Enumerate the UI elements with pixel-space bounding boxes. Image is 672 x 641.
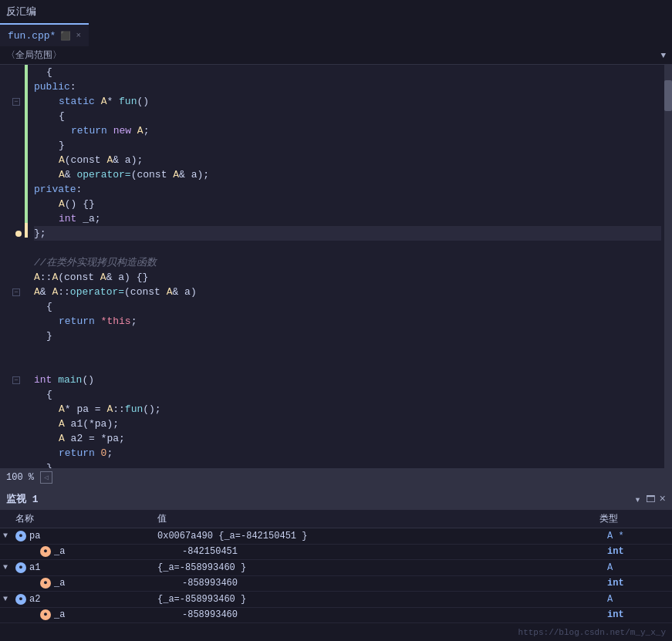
watch-row-a2[interactable]: ▼ ● a2 {_a=-858993460 } A <box>0 592 672 608</box>
code-line-6: } <box>34 138 661 153</box>
var-icon-pa: ● <box>15 531 26 541</box>
watch-close-button[interactable]: × <box>660 493 666 505</box>
watch-row-pa[interactable]: ▼ ● pa 0x0067a490 {_a=-842150451 } A * <box>0 528 672 545</box>
watch-rows-container: ▼ ● pa 0x0067a490 {_a=-842150451 } A * ●… <box>0 528 672 641</box>
left-bar-4 <box>25 108 28 123</box>
code-line-14: //在类外实现拷贝构造函数 <box>34 255 661 270</box>
watermark-text: https://blog.csdn.net/m_y_x_y <box>518 628 666 637</box>
gutter-line-11 <box>0 211 25 226</box>
left-bar-21 <box>25 353 28 367</box>
watch-col-headers: 名称 值 类型 <box>0 510 672 528</box>
fold-indicator-16[interactable]: − <box>12 288 20 296</box>
left-bar-1 <box>25 65 28 79</box>
left-bar-22 <box>25 367 28 382</box>
left-bar-2 <box>25 79 28 94</box>
gutter-line-16[interactable]: − <box>0 285 25 299</box>
editor-area: − <box>0 65 672 468</box>
gutter-line-7 <box>0 153 25 167</box>
watch-cell-type-pa: A * <box>607 531 669 541</box>
gutter-line-22[interactable]: − <box>0 373 25 387</box>
gutter-line-14 <box>0 255 25 270</box>
code-line-25: A a1(*pa); <box>34 417 661 431</box>
left-bar-14 <box>25 252 28 267</box>
watermark-area: https://blog.csdn.net/m_y_x_y <box>0 623 672 641</box>
watch-cell-value-a1-a: -858993460 <box>182 578 607 589</box>
gutter-line-17 <box>0 299 25 314</box>
fold-indicator-22[interactable]: − <box>12 376 20 384</box>
left-bar <box>25 65 31 468</box>
left-bar-27 <box>25 439 28 454</box>
code-line-4: { <box>34 109 661 123</box>
gutter-line-27 <box>0 446 25 461</box>
gutter-line-3[interactable]: − <box>0 94 25 109</box>
watch-cell-value-a2: {_a=-858993460 } <box>157 594 607 605</box>
tab-close-button[interactable]: × <box>76 31 81 40</box>
warning-dot-12 <box>15 231 22 237</box>
gutter-line-4 <box>0 109 25 123</box>
watch-table: 名称 值 类型 ▼ ● pa 0x0067a490 {_a=-842150451… <box>0 510 672 641</box>
left-bar-10 <box>25 194 28 209</box>
watch-cell-name-pa: ▼ ● pa <box>3 531 157 541</box>
gutter-line-6 <box>0 138 25 153</box>
tab-filename: fun.cpp* <box>8 30 56 42</box>
code-container[interactable]: − <box>0 65 672 468</box>
left-bar-3 <box>25 93 28 108</box>
gutter-line-5 <box>0 123 25 138</box>
watch-col-name-header: 名称 <box>3 512 157 525</box>
code-line-7: A(const A& a); <box>34 153 661 167</box>
left-bar-25 <box>25 410 28 425</box>
code-line-2: public: <box>34 79 661 94</box>
expand-icon-a2[interactable]: ▼ <box>3 595 12 603</box>
watch-row-pa-a[interactable]: ● _a -842150451 int <box>0 545 672 561</box>
tab-pin-icon[interactable]: ⬛ <box>60 31 71 41</box>
watch-cell-name-a2: ▼ ● a2 <box>3 594 157 605</box>
editor-scrollbar[interactable] <box>664 65 672 468</box>
code-line-28: } <box>34 461 661 468</box>
watch-header: 监视 1 ▾ 🗖 × <box>0 488 672 510</box>
watch-col-value-header: 值 <box>157 512 599 525</box>
scope-dropdown-icon[interactable]: ▼ <box>660 51 666 60</box>
var-icon-a1: ● <box>15 562 26 573</box>
watch-cell-type-a1-a: int <box>607 578 669 589</box>
code-lines[interactable]: { public: static A* fun() { return new A… <box>31 65 664 468</box>
scope-label: 〈全局范围〉 <box>6 49 62 62</box>
watch-row-a2-a[interactable]: ● _a -858993460 int <box>0 608 672 624</box>
code-line-18: return *this; <box>34 314 661 329</box>
watch-cell-name-a1: ▼ ● a1 <box>3 562 157 573</box>
watch-row-a1[interactable]: ▼ ● a1 {_a=-858993460 } A <box>0 560 672 576</box>
expand-icon-a1[interactable]: ▼ <box>3 563 12 572</box>
watch-pin-button[interactable]: ▾ <box>634 493 640 506</box>
watch-cell-name-a2-a: ● _a <box>28 609 182 620</box>
left-bar-9 <box>25 180 28 194</box>
left-bar-18 <box>25 309 28 324</box>
code-line-24: A* pa = A::fun(); <box>34 402 661 417</box>
watch-cell-type-a2-a: int <box>607 609 669 620</box>
tab-bar: fun.cpp* ⬛ × <box>0 23 672 46</box>
watch-cell-name-pa-a: ● _a <box>28 546 182 557</box>
watch-title: 监视 1 <box>6 492 39 506</box>
var-icon-a2: ● <box>15 594 26 605</box>
left-bar-26 <box>25 425 28 440</box>
code-line-21 <box>34 358 661 373</box>
scroll-left-button[interactable]: ◁ <box>40 471 52 484</box>
watch-row-a1-a[interactable]: ● _a -858993460 int <box>0 576 672 592</box>
tab-fun-cpp[interactable]: fun.cpp* ⬛ × <box>0 23 89 46</box>
code-line-17: { <box>34 299 661 314</box>
var-icon-a1-a: ● <box>40 578 51 589</box>
var-icon-a2-a: ● <box>40 609 51 620</box>
fold-indicator-3[interactable]: − <box>12 98 20 106</box>
code-line-27: return 0; <box>34 446 661 461</box>
code-line-1: { <box>34 65 661 79</box>
expand-icon-pa[interactable]: ▼ <box>3 531 12 540</box>
var-icon-pa-a: ● <box>40 546 51 557</box>
watch-float-button[interactable]: 🗖 <box>646 494 655 505</box>
code-line-9: private: <box>34 182 661 197</box>
gutter-line-15 <box>0 270 25 285</box>
left-bar-19 <box>25 324 28 339</box>
watch-header-actions: ▾ 🗖 × <box>634 493 666 506</box>
watch-cell-type-pa-a: int <box>607 546 669 557</box>
title-bar: 反汇编 <box>0 0 672 23</box>
editor-scrollbar-thumb[interactable] <box>664 80 672 111</box>
code-line-26: A a2 = *pa; <box>34 431 661 446</box>
code-line-3: static A* fun() <box>34 94 661 109</box>
